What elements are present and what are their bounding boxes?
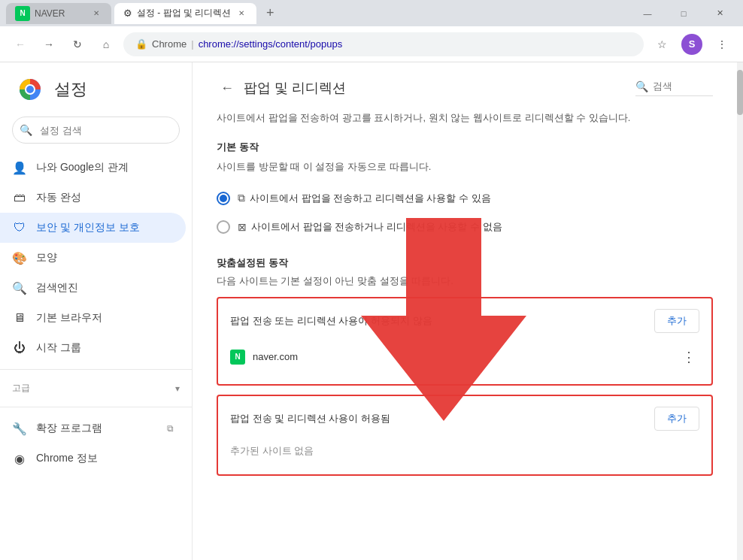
address-chrome: Chrome [152,38,187,50]
appearance-icon: 🎨 [12,250,27,265]
default-sub-description: 사이트를 방문할 때 이 설정을 자동으로 따릅니다. [217,160,713,174]
sidebar-item-search[interactable]: 🔍 검색엔진 [0,273,186,303]
default-section-heading: 기본 동작 [217,141,713,154]
radio-allow-label-group: ⧉ 사이트에서 팝업을 전송하고 리디렉션을 사용할 수 있음 [238,192,491,205]
radio-allow-text: 사이트에서 팝업을 전송하고 리디렉션을 사용할 수 있음 [250,192,491,205]
tab-settings[interactable]: ⚙ 설정 - 팝업 및 리디렉션 ✕ [114,3,256,24]
radio-allow-circle[interactable] [217,192,230,205]
reload-button[interactable]: ↻ [66,33,89,56]
settings-tab-label: 설정 - 팝업 및 리디렉션 [137,7,231,20]
home-button[interactable]: ⌂ [95,33,117,56]
sidebar-about-label: Chrome 정보 [36,452,98,465]
settings-tab-close[interactable]: ✕ [235,8,247,20]
close-button[interactable]: ✕ [702,0,737,26]
content-header: ← 팝업 및 리디렉션 🔍 [217,77,713,98]
sidebar-profile-label: 나와 Google의 관계 [36,161,129,174]
content-search-input[interactable] [653,80,713,92]
forward-button[interactable]: → [38,33,60,56]
content-back-button[interactable]: ← [217,77,238,98]
popup-allow-icon: ⧉ [238,192,245,204]
allowed-add-button[interactable]: 추가 [654,407,699,431]
sidebar-item-autofill[interactable]: 🗃 자동 완성 [0,183,186,213]
chrome-logo-icon [15,74,45,104]
radio-block[interactable]: ⊠ 사이트에서 팝업을 전송하거나 리디렉션을 사용할 수 없음 [217,213,713,241]
lock-icon: 🔒 [135,38,147,50]
blocked-add-button[interactable]: 추가 [654,309,699,333]
radio-block-text: 사이트에서 팝업을 전송하거나 리디렉션을 사용할 수 없음 [251,220,502,234]
allowed-sites-box: 팝업 전송 및 리디렉션 사용이 허용됨 추가 추가된 사이트 없음 [217,395,713,476]
list-item: N naver.com ⋮ [230,341,699,374]
allowed-sites-header: 팝업 전송 및 리디렉션 사용이 허용됨 추가 [230,407,699,431]
profile-icon[interactable]: S [680,32,704,56]
sidebar-item-browser[interactable]: 🖥 기본 브라우저 [0,303,186,333]
about-icon: ◉ [12,451,27,466]
naver-tab-close[interactable]: ✕ [90,8,102,20]
popup-block-icon: ⊠ [238,221,247,233]
bookmark-button[interactable]: ☆ [650,32,674,56]
blocked-sites-header: 팝업 전송 또는 리디렉션 사용이 허용되지 않음 추가 [230,309,699,333]
scrollbar[interactable] [737,62,743,560]
sidebar-item-profile[interactable]: 👤 나와 Google의 관계 [0,153,186,183]
custom-section-heading: 맞춤설정된 동작 [217,256,713,270]
startup-icon: ⏻ [12,341,27,356]
radio-block-label-group: ⊠ 사이트에서 팝업을 전송하거나 리디렉션을 사용할 수 없음 [238,220,502,234]
site-more-button[interactable]: ⋮ [678,347,699,368]
nav-divider-2 [0,407,192,407]
content-page-title: 팝업 및 리디렉션 [244,79,346,97]
sidebar-extensions-label: 확장 프로그램 [36,422,102,435]
settings-search-input[interactable] [12,117,180,144]
blocked-sites-title: 팝업 전송 또는 리디렉션 사용이 허용되지 않음 [230,314,432,328]
sidebar-item-security[interactable]: 🛡 보안 및 개인정보 보호 [0,213,186,243]
svg-point-3 [26,86,34,93]
sidebar-item-appearance[interactable]: 🎨 모양 [0,243,186,273]
naver-tab-label: NAVER [35,8,86,19]
tab-naver[interactable]: N NAVER ✕ [6,3,111,24]
content-search-icon: 🔍 [635,80,648,92]
sidebar-autofill-label: 자동 완성 [36,191,81,204]
avatar: S [681,34,702,55]
scrollbar-thumb[interactable] [737,70,743,115]
naver-tab-icon: N [15,6,30,21]
settings-tab-icon: ⚙ [123,8,132,19]
address-url: chrome://settings/content/popups [199,38,343,50]
nav-divider [0,369,192,370]
content-inner: ← 팝업 및 리디렉션 🔍 사이트에서 팝업을 전송하여 광고를 표시하거나, … [193,62,737,491]
sidebar-security-label: 보안 및 개인정보 보호 [36,221,140,235]
radio-block-circle[interactable] [217,220,230,234]
sidebar-item-about[interactable]: ◉ Chrome 정보 [0,443,186,474]
content-description: 사이트에서 팝업을 전송하여 광고를 표시하거나, 원치 않는 웹사이트로 리디… [217,110,713,126]
advanced-section[interactable]: 고급 ▾ [0,376,192,401]
back-button[interactable]: ← [9,33,32,56]
settings-header: 설정 [0,62,192,117]
content-area: ← 팝업 및 리디렉션 🔍 사이트에서 팝업을 전송하여 광고를 표시하거나, … [193,62,737,560]
security-icon: 🛡 [12,220,27,235]
blocked-sites-box: 팝업 전송 또는 리디렉션 사용이 허용되지 않음 추가 N naver.com… [217,297,713,386]
content-search[interactable]: 🔍 [635,80,713,96]
window-controls: — □ ✕ [630,0,737,26]
address-bar: ← → ↻ ⌂ 🔒 Chrome | chrome://settings/con… [0,26,743,62]
minimize-button[interactable]: — [630,0,665,26]
new-tab-button[interactable]: + [259,3,281,24]
menu-button[interactable]: ⋮ [710,32,734,56]
settings-title: 설정 [54,78,87,101]
site-name: naver.com [253,351,671,362]
sidebar-item-extensions[interactable]: 🔧 확장 프로그램 ⧉ [0,413,186,443]
custom-sub-description: 다음 사이트는 기본 설정이 아닌 맞춤 설정을 따릅니다. [217,274,713,288]
external-link-icon: ⧉ [167,423,174,434]
no-sites-label: 추가된 사이트 없음 [230,438,699,464]
maximize-button[interactable]: □ [666,0,701,26]
content-header-left: ← 팝업 및 리디렉션 [217,77,346,98]
sidebar-item-startup[interactable]: ⏻ 시작 그룹 [0,333,186,363]
advanced-label: 고급 [12,382,30,395]
address-input[interactable]: 🔒 Chrome | chrome://settings/content/pop… [123,32,644,56]
advanced-chevron-icon: ▾ [175,383,180,394]
sidebar-browser-label: 기본 브라우저 [36,311,102,325]
sidebar-appearance-label: 모양 [36,251,57,265]
settings-search-bar[interactable]: 🔍 [12,117,180,144]
main-layout: 설정 🔍 👤 나와 Google의 관계 🗃 자동 완성 🛡 보안 및 개인정보… [0,62,743,560]
title-bar: N NAVER ✕ ⚙ 설정 - 팝업 및 리디렉션 ✕ + — □ ✕ [0,0,743,26]
radio-allow[interactable]: ⧉ 사이트에서 팝업을 전송하고 리디렉션을 사용할 수 있음 [217,184,713,213]
allowed-sites-title: 팝업 전송 및 리디렉션 사용이 허용됨 [230,412,390,425]
extensions-icon: 🔧 [12,421,27,436]
search-engine-icon: 🔍 [12,280,27,295]
